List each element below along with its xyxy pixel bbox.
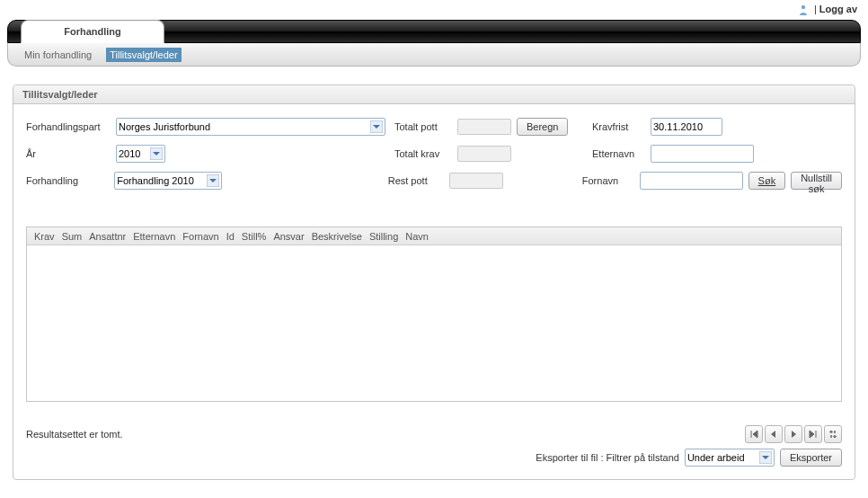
grid-header-row: Krav Sum Ansattnr Etternavn Fornavn Id S… bbox=[27, 227, 841, 245]
sok-button[interactable]: Søk bbox=[748, 172, 786, 190]
label-etternavn: Etternavn bbox=[592, 148, 651, 159]
label-totalt-krav: Totalt krav bbox=[394, 148, 457, 159]
export-filter-select[interactable]: Under arbeid bbox=[685, 449, 775, 467]
etternavn-input[interactable] bbox=[651, 145, 754, 163]
field-totalt-pott bbox=[457, 119, 511, 135]
field-totalt-krav bbox=[457, 146, 511, 162]
label-forhandling: Forhandling bbox=[26, 175, 114, 186]
col-ansvar[interactable]: Ansvar bbox=[270, 231, 307, 242]
field-rest-pott bbox=[449, 173, 503, 189]
label-kravfrist: Kravfrist bbox=[592, 121, 651, 132]
col-id[interactable]: Id bbox=[223, 231, 238, 242]
select-forhandling[interactable]: Forhandling 2010 bbox=[114, 172, 222, 190]
main-tabstrip: Forhandling bbox=[7, 20, 861, 43]
pager-next-button[interactable] bbox=[784, 425, 802, 443]
col-navn[interactable]: Navn bbox=[402, 231, 432, 242]
col-fornavn[interactable]: Fornavn bbox=[179, 231, 222, 242]
export-label: Eksporter til fil : Filtrer på tilstand bbox=[536, 452, 679, 463]
pager bbox=[745, 425, 842, 443]
main-panel: Tillitsvalgt/leder Forhandlingspart Norg… bbox=[13, 84, 855, 480]
user-icon bbox=[799, 4, 808, 15]
select-aar[interactable]: 2010 bbox=[116, 145, 165, 163]
subtab-bar: Min forhandling Tillitsvalgt/leder bbox=[7, 43, 861, 67]
fornavn-input[interactable] bbox=[640, 172, 743, 190]
label-rest-pott: Rest pott bbox=[388, 175, 450, 186]
col-krav[interactable]: Krav bbox=[31, 231, 58, 242]
subtab-tillitsvalgt-leder[interactable]: Tillitsvalgt/leder bbox=[106, 48, 181, 62]
pager-prev-button[interactable] bbox=[765, 425, 783, 443]
tab-forhandling[interactable]: Forhandling bbox=[21, 20, 164, 43]
logout-link[interactable]: Logg av bbox=[819, 4, 857, 14]
panel-title: Tillitsvalgt/leder bbox=[13, 85, 855, 104]
pager-refresh-button[interactable] bbox=[824, 425, 842, 443]
col-ansattnr[interactable]: Ansattnr bbox=[85, 231, 129, 242]
nullstill-sok-button[interactable]: Nullstill søk bbox=[791, 172, 842, 190]
label-fornavn: Fornavn bbox=[582, 175, 640, 186]
pager-last-button[interactable] bbox=[804, 425, 822, 443]
label-forhandlingspart: Forhandlingspart bbox=[26, 121, 116, 132]
svg-point-0 bbox=[802, 5, 805, 9]
col-stillpct[interactable]: Still% bbox=[238, 231, 270, 242]
col-etternavn[interactable]: Etternavn bbox=[129, 231, 179, 242]
status-message: Resultatsettet er tomt. bbox=[26, 429, 123, 440]
label-aar: År bbox=[26, 148, 116, 159]
pager-first-button[interactable] bbox=[745, 425, 763, 443]
col-stilling[interactable]: Stilling bbox=[366, 231, 402, 242]
beregn-button[interactable]: Beregn bbox=[517, 118, 568, 136]
eksporter-button[interactable]: Eksporter bbox=[780, 449, 842, 467]
col-beskrivelse[interactable]: Beskrivelse bbox=[308, 231, 366, 242]
kravfrist-input[interactable] bbox=[651, 118, 722, 136]
results-grid: Krav Sum Ansattnr Etternavn Fornavn Id S… bbox=[26, 227, 842, 402]
subtab-min-forhandling[interactable]: Min forhandling bbox=[21, 48, 95, 62]
label-totalt-pott: Totalt pott bbox=[394, 121, 457, 132]
select-forhandlingspart[interactable]: Norges Juristforbund bbox=[116, 118, 385, 136]
col-sum[interactable]: Sum bbox=[58, 231, 86, 242]
